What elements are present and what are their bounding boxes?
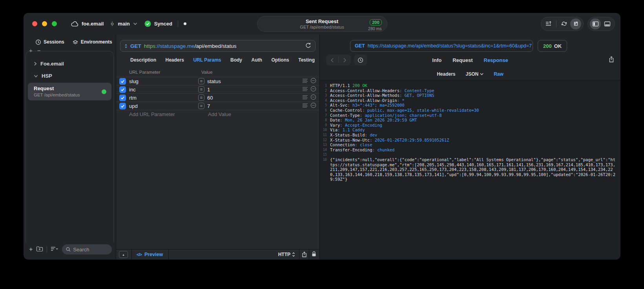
request-list-button[interactable] (543, 18, 554, 29)
tree-item-hsp[interactable]: HSP (26, 70, 113, 82)
remove-param-icon[interactable] (310, 102, 316, 110)
editor-tab-auth[interactable]: Auth (252, 57, 262, 63)
layout-sidebar-button[interactable] (590, 18, 601, 29)
viewer-subtab-json[interactable]: JSON (466, 71, 484, 77)
param-checkbox[interactable] (119, 95, 126, 101)
window-close-button[interactable] (32, 21, 37, 26)
method-stepper-icon[interactable] (124, 44, 128, 49)
editor-tab-headers[interactable]: Headers (166, 57, 184, 63)
remove-param-icon[interactable] (310, 86, 316, 93)
line-content: Access-Control-Allow-Origin: * (330, 98, 617, 103)
send-reload-icon[interactable] (305, 42, 311, 50)
collapse-panel-button[interactable]: ▲ (119, 251, 128, 258)
git-sync-button[interactable] (558, 18, 569, 29)
footer-divider (168, 249, 169, 260)
add-group-button[interactable] (36, 246, 43, 253)
line-number: 1 (320, 83, 330, 88)
share-button[interactable] (299, 250, 309, 259)
editor-tab-options[interactable]: Options (271, 57, 289, 63)
param-value[interactable]: 1 (207, 87, 302, 93)
viewer-subtab-headers[interactable]: Headers (437, 71, 455, 77)
editor-tab-testing[interactable]: Testing (298, 57, 315, 63)
param-name[interactable]: upd (129, 103, 198, 109)
lock-icon[interactable] (312, 251, 316, 258)
drag-handle-icon[interactable] (302, 102, 308, 109)
add-param-name-placeholder[interactable]: Add URL Parameter (129, 111, 208, 117)
sidebar-tab-sessions[interactable]: Sessions (35, 39, 64, 45)
viewer-tab-response[interactable]: Response (483, 57, 508, 63)
param-checkbox[interactable] (119, 86, 126, 93)
line-content: Vary: Accept-Encoding (330, 123, 617, 128)
param-name[interactable]: rtm (129, 95, 198, 101)
sent-url: https://statuspage.me/api/embed/status?s… (368, 43, 532, 49)
pill-title: Sent Request (300, 18, 344, 24)
remove-param-icon[interactable] (310, 94, 316, 102)
response-viewer: GET https://statuspage.me/api/embed/stat… (320, 35, 620, 260)
export-response-button[interactable] (609, 56, 614, 64)
import-export-button[interactable] (570, 18, 581, 29)
history-forward-button[interactable] (339, 55, 351, 65)
window-zoom-button[interactable] (52, 21, 57, 26)
remove-session-button[interactable]: − (37, 48, 41, 53)
branch-chevron-icon[interactable] (133, 22, 137, 25)
add-param-value-placeholder[interactable]: Add Value (208, 111, 231, 117)
code-line: 10Via: 1.1 Caddy (320, 127, 617, 133)
titlebar: foe.email main Synced Sent Request GET /… (24, 13, 620, 35)
param-checkbox[interactable] (119, 103, 126, 109)
url-input[interactable]: https://statuspage.me/api/embed/status (144, 43, 303, 49)
url-bar[interactable]: GET https://statuspage.me/api/embed/stat… (120, 40, 316, 52)
project-name[interactable]: foe.email (82, 21, 104, 27)
editor-tab-description[interactable]: Description (130, 57, 156, 63)
sort-filter-button[interactable] (51, 246, 58, 253)
viewer-subtabs: HeadersJSONRaw (320, 68, 620, 80)
request-list-item-selected[interactable]: Request GET /api/embed/status (28, 83, 111, 100)
response-body[interactable]: 1HTTP/1.1 200 OK2Access-Control-Allow-He… (320, 80, 620, 260)
sent-method: GET (355, 43, 365, 49)
remove-param-icon[interactable] (310, 78, 316, 85)
window-minimize-button[interactable] (42, 21, 47, 26)
history-clock-button[interactable] (354, 55, 367, 65)
preview-button[interactable]: </> Preview (137, 252, 163, 257)
editor-tab-url-params[interactable]: URL Params (193, 57, 221, 63)
branch-name[interactable]: main (118, 21, 130, 27)
drag-handle-icon[interactable] (302, 94, 308, 101)
param-value[interactable]: 60 (207, 95, 302, 101)
protocol-selector[interactable]: HTTP (278, 252, 295, 257)
param-name[interactable]: slug (129, 78, 198, 84)
viewer-tab-request[interactable]: Request (452, 57, 473, 63)
param-checkbox[interactable] (119, 78, 126, 85)
line-number: 9 (320, 123, 330, 128)
drag-handle-icon[interactable] (302, 78, 308, 85)
app-window: foe.email main Synced Sent Request GET /… (24, 13, 620, 260)
viewer-subtab-raw[interactable]: Raw (494, 71, 504, 77)
search-field[interactable]: Search (62, 244, 112, 254)
method-label[interactable]: GET (130, 43, 141, 49)
add-request-button[interactable]: + (29, 247, 33, 252)
editor-tab-body[interactable]: Body (230, 57, 242, 63)
line-number: 3 (320, 93, 330, 98)
pill-subtitle: GET /api/embed/status (300, 25, 344, 29)
request-status-pill[interactable]: Sent Request GET /api/embed/status 200 2… (257, 16, 387, 32)
add-session-button[interactable]: + (29, 48, 33, 53)
param-value[interactable]: 7 (207, 103, 302, 109)
line-content: Transfer-Encoding: chunked (330, 147, 617, 153)
sidebar-tab-environments[interactable]: Environments (72, 39, 112, 45)
sent-request-url[interactable]: GET https://statuspage.me/api/embed/stat… (350, 40, 533, 52)
request-editor: GET https://statuspage.me/api/embed/stat… (116, 35, 320, 260)
drag-handle-icon[interactable] (302, 86, 308, 93)
equals-icon: = (198, 103, 204, 109)
viewer-tab-info[interactable]: Info (432, 57, 441, 63)
tree-item-foe-email[interactable]: Foe.email (26, 58, 113, 70)
layout-bottom-panel-button[interactable] (602, 18, 613, 29)
params-table: slug=statusinc=1rtm=60upd=7 (116, 77, 319, 110)
line-number: 11 (320, 133, 330, 138)
param-row: upd=7 (116, 102, 319, 110)
titlebar-separator (178, 21, 178, 27)
search-placeholder: Search (73, 247, 89, 253)
param-value[interactable]: status (207, 78, 302, 84)
line-number: 15 (320, 152, 330, 157)
param-name[interactable]: inc (129, 87, 198, 93)
line-number: 10 (320, 127, 330, 133)
add-param-row[interactable]: Add URL Parameter Add Value (116, 110, 319, 118)
history-back-button[interactable] (326, 55, 338, 65)
